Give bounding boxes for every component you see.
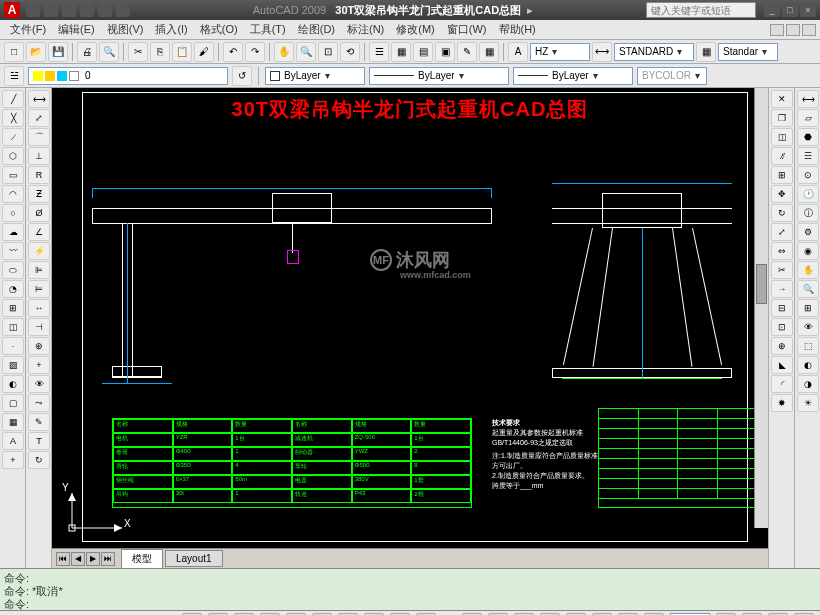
erase-icon[interactable]: ✕: [771, 90, 793, 108]
text-style-icon[interactable]: A: [508, 42, 528, 62]
insert-block-icon[interactable]: ⊞: [2, 299, 24, 317]
viewports-icon[interactable]: ⊞: [797, 299, 819, 317]
maximize-button[interactable]: □: [782, 3, 798, 17]
addselected-icon[interactable]: +: [2, 451, 24, 469]
markup-icon[interactable]: ✎: [457, 42, 477, 62]
paste-icon[interactable]: 📋: [172, 42, 192, 62]
hide-icon[interactable]: ◐: [797, 356, 819, 374]
tab-prev-icon[interactable]: ◀: [71, 552, 85, 566]
menu-tools[interactable]: 工具(T): [244, 20, 292, 39]
dim-quick-icon[interactable]: ⚡: [28, 242, 50, 260]
menu-dimension[interactable]: 标注(N): [341, 20, 390, 39]
hatch-icon[interactable]: ▨: [2, 356, 24, 374]
open-icon[interactable]: 📂: [26, 42, 46, 62]
3dviews-icon[interactable]: ⬚: [797, 337, 819, 355]
rotate-icon[interactable]: ↻: [771, 204, 793, 222]
layer-dropdown[interactable]: 0: [28, 67, 228, 85]
mirror-icon[interactable]: ◫: [771, 128, 793, 146]
jog-linear-icon[interactable]: ⤳: [28, 394, 50, 412]
dim-diameter-icon[interactable]: Ø: [28, 204, 50, 222]
menu-modify[interactable]: 修改(M): [390, 20, 441, 39]
setvar-icon[interactable]: ⚙: [797, 223, 819, 241]
region-mass-icon[interactable]: ⬣: [797, 128, 819, 146]
dim-edit-icon[interactable]: ✎: [28, 413, 50, 431]
dim-arc-icon[interactable]: ⌒: [28, 128, 50, 146]
array-icon[interactable]: ⊞: [771, 166, 793, 184]
drawing-canvas[interactable]: 30T双梁吊钩半龙门式起重机CAD总图: [52, 88, 768, 548]
tab-last-icon[interactable]: ⏭: [101, 552, 115, 566]
scale-icon[interactable]: ⤢: [771, 223, 793, 241]
circle-icon[interactable]: ○: [2, 204, 24, 222]
ellipse-arc-icon[interactable]: ◔: [2, 280, 24, 298]
dim-jogged-icon[interactable]: Ƶ: [28, 185, 50, 203]
distance-icon[interactable]: ⟷: [797, 90, 819, 108]
list-icon[interactable]: ☰: [797, 147, 819, 165]
qat-redo-icon[interactable]: [98, 3, 112, 17]
dim-baseline-icon[interactable]: ⊫: [28, 261, 50, 279]
dim-aligned-icon[interactable]: ⤢: [28, 109, 50, 127]
table-style-icon[interactable]: ▦: [696, 42, 716, 62]
copy-icon[interactable]: ⎘: [150, 42, 170, 62]
render-icon[interactable]: ☀: [797, 394, 819, 412]
shade-icon[interactable]: ◑: [797, 375, 819, 393]
tab-model[interactable]: 模型: [121, 549, 163, 569]
menu-draw[interactable]: 绘图(D): [292, 20, 341, 39]
doc-restore-button[interactable]: [786, 24, 800, 36]
sheet-set-icon[interactable]: ▣: [435, 42, 455, 62]
doc-minimize-button[interactable]: [770, 24, 784, 36]
match-prop-icon[interactable]: 🖌: [194, 42, 214, 62]
scrollbar-thumb[interactable]: [756, 264, 767, 304]
move-icon[interactable]: ✥: [771, 185, 793, 203]
id-point-icon[interactable]: ⊙: [797, 166, 819, 184]
point-icon[interactable]: ·: [2, 337, 24, 355]
minimize-button[interactable]: _: [764, 3, 780, 17]
table-icon[interactable]: ▦: [2, 413, 24, 431]
3dpan-icon[interactable]: ✋: [797, 261, 819, 279]
zoom-icon[interactable]: 🔍: [296, 42, 316, 62]
pan-icon[interactable]: ✋: [274, 42, 294, 62]
menu-file[interactable]: 文件(F): [4, 20, 52, 39]
close-button[interactable]: ×: [800, 3, 816, 17]
qat-save-icon[interactable]: [62, 3, 76, 17]
revcloud-icon[interactable]: ☁: [2, 223, 24, 241]
zoom-window-icon[interactable]: ⊡: [318, 42, 338, 62]
lineweight-dropdown[interactable]: ByLayer: [513, 67, 633, 85]
3dzoom-icon[interactable]: 🔍: [797, 280, 819, 298]
named-views-icon[interactable]: 👁: [797, 318, 819, 336]
line-icon[interactable]: ╱: [2, 90, 24, 108]
xline-icon[interactable]: ╳: [2, 109, 24, 127]
layer-manager-icon[interactable]: ☱: [4, 66, 24, 86]
chamfer-icon[interactable]: ◣: [771, 356, 793, 374]
cut-icon[interactable]: ✂: [128, 42, 148, 62]
qat-undo-icon[interactable]: [80, 3, 94, 17]
tab-first-icon[interactable]: ⏮: [56, 552, 70, 566]
mtext-icon[interactable]: A: [2, 432, 24, 450]
ellipse-icon[interactable]: ⬭: [2, 261, 24, 279]
area-icon[interactable]: ▱: [797, 109, 819, 127]
qat-new-icon[interactable]: [26, 3, 40, 17]
join-icon[interactable]: ⊕: [771, 337, 793, 355]
new-icon[interactable]: □: [4, 42, 24, 62]
print-icon[interactable]: 🖨: [77, 42, 97, 62]
dim-space-icon[interactable]: ↔: [28, 299, 50, 317]
spline-icon[interactable]: 〰: [2, 242, 24, 260]
preview-icon[interactable]: 🔍: [99, 42, 119, 62]
extend-icon[interactable]: →: [771, 280, 793, 298]
menu-insert[interactable]: 插入(I): [149, 20, 193, 39]
cmd-prompt[interactable]: 命令:: [4, 597, 816, 610]
design-center-icon[interactable]: ▦: [391, 42, 411, 62]
dim-update-icon[interactable]: ↻: [28, 451, 50, 469]
menu-edit[interactable]: 编辑(E): [52, 20, 101, 39]
text-style-dropdown[interactable]: HZ: [530, 43, 590, 61]
menu-help[interactable]: 帮助(H): [493, 20, 542, 39]
calc-icon[interactable]: ▦: [479, 42, 499, 62]
inspect-icon[interactable]: 👁: [28, 375, 50, 393]
time-icon[interactable]: 🕐: [797, 185, 819, 203]
menu-format[interactable]: 格式(O): [194, 20, 244, 39]
app-logo[interactable]: A: [4, 2, 20, 18]
dim-break-icon[interactable]: ⊣: [28, 318, 50, 336]
tool-palette-icon[interactable]: ▤: [413, 42, 433, 62]
color-dropdown[interactable]: ByLayer: [265, 67, 365, 85]
region-icon[interactable]: ▢: [2, 394, 24, 412]
fillet-icon[interactable]: ◜: [771, 375, 793, 393]
